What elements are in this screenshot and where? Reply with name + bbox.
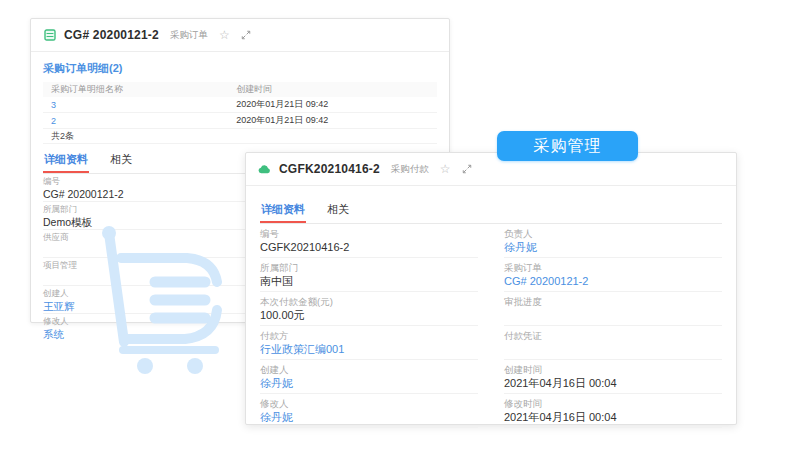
- field-label: 审批进度: [504, 296, 722, 307]
- tab[interactable]: 相关: [109, 146, 133, 173]
- column-header: 创建时间: [236, 83, 429, 96]
- field-value: 2021年04月16日 00:04: [504, 377, 722, 390]
- field-label: 付款凭证: [504, 330, 722, 341]
- related-list-table: 采购订单明细名称 创建时间 3 2020年01月21日 09:42 2 2020…: [43, 82, 437, 144]
- tab[interactable]: 详细资料: [260, 196, 306, 223]
- detail-name-link[interactable]: 2: [51, 116, 56, 126]
- field-value: CGFK20210416-2: [260, 241, 478, 254]
- shopping-cart-watermark-icon: [95, 220, 245, 375]
- column-header: 采购订单明细名称: [51, 83, 236, 96]
- field: 编号 CGFK20210416-2: [260, 224, 478, 258]
- field: 所属部门 南中国: [260, 258, 478, 292]
- field-value: [504, 343, 722, 356]
- field: 采购订单 CG# 20200121-2: [504, 258, 722, 292]
- card-header: CG# 20200121-2 采购订单 ☆: [31, 19, 449, 52]
- field-value[interactable]: 徐丹妮: [504, 241, 722, 254]
- created-time-cell: 2020年01月21日 09:42: [236, 114, 429, 127]
- field-value: [504, 309, 722, 322]
- field-value: 2021年04月16日 00:04: [504, 411, 722, 424]
- page: CG# 20200121-2 采购订单 ☆ 采购订单明细(2) 采购订单明细名称…: [0, 0, 792, 459]
- table-row: 2 2020年01月21日 09:42: [43, 113, 437, 129]
- field-label: 修改人: [260, 398, 478, 409]
- expand-icon[interactable]: [462, 164, 472, 174]
- field-value: 100.00元: [260, 309, 478, 322]
- field-label: 所属部门: [260, 262, 478, 273]
- related-list-title: 采购订单明细(2): [43, 61, 437, 76]
- tab-bar: 详细资料相关: [260, 196, 722, 224]
- table-row: 3 2020年01月21日 09:42: [43, 97, 437, 113]
- card-header: CGFK20210416-2 采购付款 ☆: [246, 153, 736, 186]
- star-icon[interactable]: ☆: [440, 163, 451, 175]
- object-type-label: 采购付款: [391, 163, 429, 176]
- field-value[interactable]: CG# 20200121-2: [504, 275, 722, 288]
- table-header: 采购订单明细名称 创建时间: [43, 82, 437, 97]
- field-label: 编号: [260, 228, 478, 239]
- record-title: CG# 20200121-2: [64, 28, 159, 42]
- purchase-payment-card: CGFK20210416-2 采购付款 ☆ 详细资料相关 编号 CGFK2021…: [245, 152, 737, 425]
- field: 创建时间 2021年04月16日 00:04: [504, 360, 722, 394]
- field-value[interactable]: 徐丹妮: [260, 377, 478, 390]
- cloud-icon: [258, 163, 271, 176]
- field: 付款凭证: [504, 326, 722, 360]
- tab[interactable]: 详细资料: [43, 146, 89, 173]
- table-rows: 3 2020年01月21日 09:42 2 2020年01月21日 09:42: [43, 97, 437, 129]
- created-time-cell: 2020年01月21日 09:42: [236, 98, 429, 111]
- purchase-order-icon: [43, 29, 56, 42]
- field: 负责人 徐丹妮: [504, 224, 722, 258]
- field-label: 创建时间: [504, 364, 722, 375]
- table-footer: 共2条: [43, 129, 437, 144]
- field-label: 采购订单: [504, 262, 722, 273]
- field: 创建人 徐丹妮: [260, 360, 478, 394]
- field-value: 南中国: [260, 275, 478, 288]
- field-label: 创建人: [260, 364, 478, 375]
- field-label: 修改时间: [504, 398, 722, 409]
- card-body: 详细资料相关 编号 CGFK20210416-2 负责人 徐丹妮 所属部门 南中…: [246, 196, 736, 428]
- field-value[interactable]: 行业政策汇编001: [260, 343, 478, 356]
- field-label: 负责人: [504, 228, 722, 239]
- expand-icon[interactable]: [241, 30, 251, 40]
- field: 付款方 行业政策汇编001: [260, 326, 478, 360]
- field: 审批进度: [504, 292, 722, 326]
- detail-fields: 编号 CGFK20210416-2 负责人 徐丹妮 所属部门 南中国 采购订单 …: [260, 224, 722, 428]
- module-badge: 采购管理: [497, 131, 638, 161]
- star-icon[interactable]: ☆: [219, 29, 230, 41]
- object-type-label: 采购订单: [170, 29, 208, 42]
- field-label: 本次付款金额(元): [260, 296, 478, 307]
- detail-name-link[interactable]: 3: [51, 100, 56, 110]
- tab[interactable]: 相关: [326, 196, 350, 223]
- field-value[interactable]: 徐丹妮: [260, 411, 478, 424]
- field: 修改时间 2021年04月16日 00:04: [504, 394, 722, 428]
- field: 修改人 徐丹妮: [260, 394, 478, 428]
- field: 本次付款金额(元) 100.00元: [260, 292, 478, 326]
- field-label: 付款方: [260, 330, 478, 341]
- record-title: CGFK20210416-2: [279, 162, 380, 176]
